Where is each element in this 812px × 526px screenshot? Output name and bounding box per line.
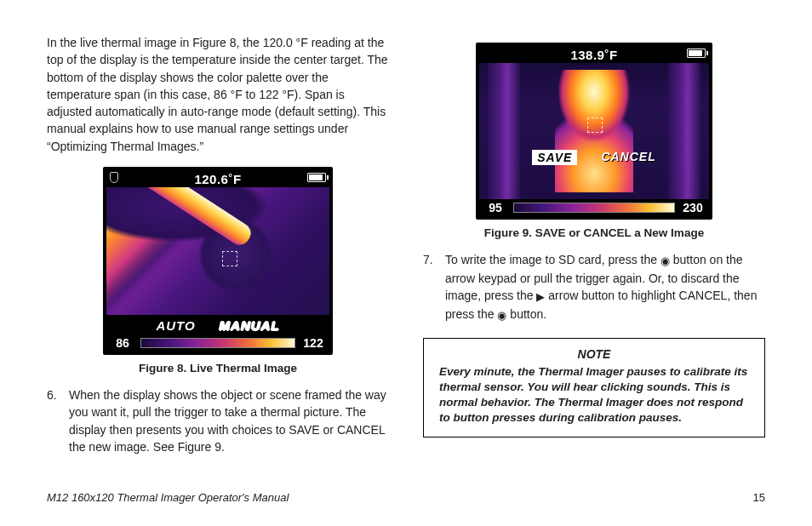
intro-paragraph: In the live thermal image in Figure 8, t… (47, 34, 389, 155)
note-title: NOTE (439, 347, 749, 361)
note-body: Every minute, the Thermal Imager pauses … (439, 364, 749, 426)
span-low: 86 (110, 336, 135, 350)
step-text: When the display shows the object or sce… (69, 386, 389, 455)
thermal-display-live: 120.6˚F AUTO MANUAL 86 122 (103, 167, 333, 355)
manual-title: M12 160x120 Thermal Imager Operator's Ma… (47, 491, 289, 504)
thermal-display-savecancel: 138.9˚F SAVE CANCEL 95 (476, 43, 712, 220)
step-6: 6. When the display shows the object or … (47, 386, 389, 455)
palette-bar: 86 122 (106, 334, 329, 352)
palette-gradient (140, 338, 295, 348)
palette-bar: 95 230 (479, 199, 709, 216)
figure-9-caption: Figure 9. SAVE or CANCEL a New Image (423, 226, 765, 239)
mode-manual: MANUAL (220, 318, 280, 333)
span-low: 95 (483, 201, 508, 214)
center-temp: 138.9˚F (570, 48, 617, 62)
mode-auto: AUTO (156, 318, 195, 333)
right-arrow-icon: ▶ (536, 290, 545, 303)
battery-icon (307, 173, 326, 182)
step-text: To write the image to SD card, press the… (445, 251, 765, 324)
enter-button-icon: ◉ (660, 254, 670, 267)
emissivity-icon (110, 172, 118, 183)
span-high: 122 (300, 336, 326, 350)
range-mode-row: AUTO MANUAL (106, 315, 329, 334)
battery-icon (687, 49, 706, 58)
center-reticle-icon (222, 251, 237, 266)
palette-gradient (513, 203, 675, 213)
center-reticle-icon (587, 117, 603, 133)
note-box: NOTE Every minute, the Thermal Imager pa… (423, 338, 765, 437)
span-high: 230 (680, 201, 706, 214)
save-option: SAVE (532, 150, 577, 165)
step-7: 7. To write the image to SD card, press … (423, 251, 765, 324)
figure-9: 138.9˚F SAVE CANCEL 95 (423, 43, 765, 220)
right-column: 138.9˚F SAVE CANCEL 95 (423, 34, 765, 464)
cancel-option: CANCEL (601, 150, 655, 165)
page-footer: M12 160x120 Thermal Imager Operator's Ma… (47, 491, 765, 504)
left-column: In the live thermal image in Figure 8, t… (47, 34, 389, 464)
center-temp: 120.6˚F (194, 172, 241, 186)
step-number: 7. (423, 251, 445, 324)
figure-8: 120.6˚F AUTO MANUAL 86 122 (47, 167, 389, 355)
figure-8-caption: Figure 8. Live Thermal Image (47, 362, 389, 374)
step-number: 6. (47, 386, 69, 455)
save-cancel-row: SAVE CANCEL (479, 150, 709, 165)
enter-button-icon: ◉ (497, 309, 506, 322)
page-number: 15 (753, 491, 765, 504)
